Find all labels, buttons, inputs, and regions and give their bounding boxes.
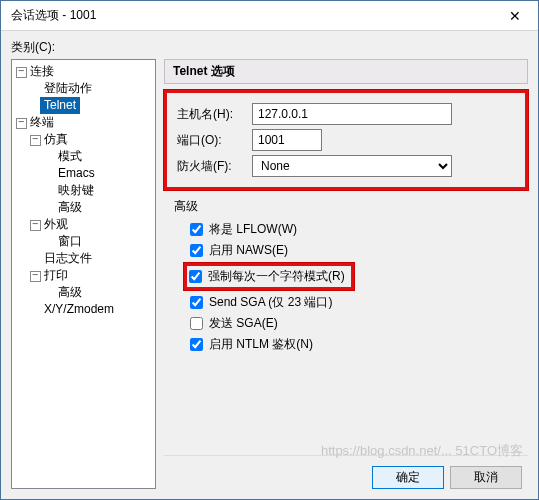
chk-force[interactable] xyxy=(189,270,202,283)
tree-node-mapkey[interactable]: 映射键 xyxy=(44,182,97,199)
chk-send-sga-label: 发送 SGA(E) xyxy=(209,315,278,332)
tree-node-xyz[interactable]: X/Y/Zmodem xyxy=(30,301,117,318)
tree-node-window[interactable]: 窗口 xyxy=(44,233,85,250)
tree-node-telnet[interactable]: Telnet xyxy=(40,97,80,114)
advanced-label: 高级 xyxy=(174,198,528,215)
tree-node-terminal[interactable]: 终端 xyxy=(16,114,57,131)
chk-send-sga[interactable] xyxy=(190,317,203,330)
chk-sga23[interactable] xyxy=(190,296,203,309)
chk-lflow[interactable] xyxy=(190,223,203,236)
chk-lflow-label: 将是 LFLOW(W) xyxy=(209,221,297,238)
host-input[interactable] xyxy=(252,103,452,125)
category-tree[interactable]: 连接 登陆动作 Telnet 终端 仿真 模式 xyxy=(11,59,156,489)
chk-naws-label: 启用 NAWS(E) xyxy=(209,242,288,259)
tree-node-adv2[interactable]: 高级 xyxy=(44,284,85,301)
tree-node-emulation[interactable]: 仿真 xyxy=(30,131,71,148)
chk-naws[interactable] xyxy=(190,244,203,257)
category-label: 类别(C): xyxy=(11,39,528,56)
titlebar: 会话选项 - 1001 ✕ xyxy=(1,1,538,31)
panel-header: Telnet 选项 xyxy=(164,59,528,84)
window-title: 会话选项 - 1001 xyxy=(11,7,492,24)
firewall-label: 防火墙(F): xyxy=(177,158,252,175)
tree-node-mode[interactable]: 模式 xyxy=(44,148,85,165)
force-char-group: 强制每次一个字符模式(R) xyxy=(184,263,354,290)
close-icon[interactable]: ✕ xyxy=(492,2,538,30)
cancel-button[interactable]: 取消 xyxy=(450,466,522,489)
firewall-select[interactable]: None xyxy=(252,155,452,177)
connection-group: 主机名(H): 端口(O): 防火墙(F): None xyxy=(164,90,528,190)
port-input[interactable] xyxy=(252,129,322,151)
ok-button[interactable]: 确定 xyxy=(372,466,444,489)
tree-node-print[interactable]: 打印 xyxy=(30,267,71,284)
tree-node-login[interactable]: 登陆动作 xyxy=(30,80,95,97)
tree-node-adv1[interactable]: 高级 xyxy=(44,199,85,216)
chk-ntlm-label: 启用 NTLM 鉴权(N) xyxy=(209,336,313,353)
tree-node-emacs[interactable]: Emacs xyxy=(44,165,98,182)
chk-ntlm[interactable] xyxy=(190,338,203,351)
host-label: 主机名(H): xyxy=(177,106,252,123)
chk-force-label: 强制每次一个字符模式(R) xyxy=(208,268,345,285)
tree-node-log[interactable]: 日志文件 xyxy=(30,250,95,267)
tree-node-appearance[interactable]: 外观 xyxy=(30,216,71,233)
chk-sga23-label: Send SGA (仅 23 端口) xyxy=(209,294,332,311)
port-label: 端口(O): xyxy=(177,132,252,149)
tree-node-connection[interactable]: 连接 xyxy=(16,63,57,80)
